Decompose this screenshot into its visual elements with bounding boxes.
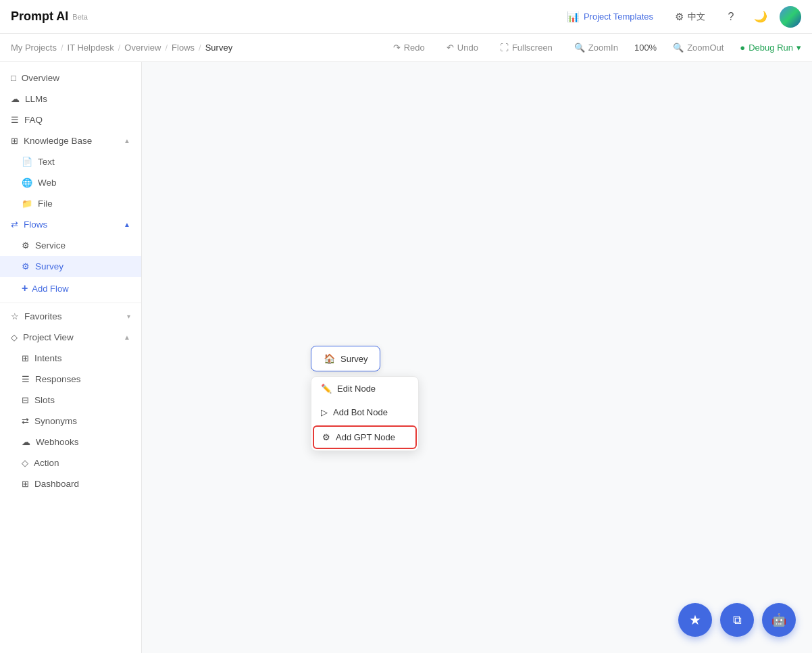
webhooks-icon: ☁ — [22, 437, 30, 447]
copy-icon: ⧉ — [733, 613, 742, 627]
breadcrumb-actions: ↷ Redo ↶ Undo ⛶ Fullscreen 🔍 ZoomIn 100%… — [232, 40, 801, 55]
text-icon: 📄 — [22, 157, 32, 167]
sidebar-item-project-view[interactable]: ◇ Project View ▲ — [0, 327, 141, 348]
redo-button[interactable]: ↷ Redo — [388, 40, 430, 55]
avatar[interactable] — [780, 6, 801, 28]
sidebar-item-webhooks[interactable]: ☁ Webhooks — [0, 432, 141, 452]
sidebar-item-label: LLMs — [25, 94, 47, 104]
add-gpt-node-label: Add GPT Node — [336, 432, 395, 442]
sidebar-item-flows[interactable]: ⇄ Flows ▲ — [0, 214, 141, 235]
sidebar-item-llms[interactable]: ☁ LLMs — [0, 88, 141, 109]
fab-copy-button[interactable]: ⧉ — [720, 603, 754, 637]
sidebar-item-knowledge-base[interactable]: ⊞ Knowledge Base ▲ — [0, 130, 141, 151]
sidebar-item-survey[interactable]: ⚙ Survey — [0, 256, 141, 277]
chevron-up-icon: ▲ — [124, 334, 130, 341]
help-icon: ? — [728, 11, 734, 23]
llms-icon: ☁ — [11, 94, 20, 104]
responses-icon: ☰ — [22, 374, 30, 384]
theme-toggle-button[interactable]: 🌙 — [750, 6, 771, 28]
fab-bot-button[interactable]: 🤖 — [762, 603, 796, 637]
sidebar-item-slots[interactable]: ⊟ Slots — [0, 390, 141, 411]
overview-icon: □ — [11, 73, 16, 83]
zoomout-button[interactable]: 🔍 ZoomOut — [667, 40, 729, 55]
breadcrumb-survey: Survey — [205, 43, 232, 53]
intents-icon: ⊞ — [22, 353, 29, 363]
slots-icon: ⊟ — [22, 395, 29, 405]
sidebar-item-action[interactable]: ◇ Action — [0, 452, 141, 473]
sidebar-item-label: Text — [38, 157, 55, 167]
survey-node[interactable]: 🏠 Survey — [311, 346, 380, 371]
sidebar-item-label: Survey — [35, 261, 64, 271]
bot-icon: 🤖 — [771, 612, 786, 627]
sidebar-item-label: Overview — [22, 73, 59, 83]
breadcrumb-overview[interactable]: Overview — [124, 43, 161, 53]
breadcrumb: My Projects / IT Helpdesk / Overview / F… — [0, 34, 812, 62]
help-button[interactable]: ? — [720, 6, 742, 28]
sidebar-item-label: File — [38, 199, 53, 209]
survey-icon: ⚙ — [22, 261, 30, 271]
project-templates-button[interactable]: 📊 Project Templates — [560, 7, 660, 26]
undo-button[interactable]: ↶ Undo — [441, 40, 484, 55]
sidebar-item-file[interactable]: 📁 File — [0, 193, 141, 214]
translate-icon: ⚙ — [675, 11, 684, 23]
faq-icon: ☰ — [11, 115, 19, 125]
chevron-down-icon: ▾ — [127, 313, 130, 320]
debug-run-button[interactable]: ● Debug Run ▾ — [740, 43, 801, 53]
fab-star-button[interactable]: ★ — [678, 603, 712, 637]
sidebar-item-label: Service — [35, 240, 66, 251]
synonyms-icon: ⇄ — [22, 416, 29, 426]
action-icon: ◇ — [22, 458, 28, 468]
survey-node-label: Survey — [340, 354, 367, 364]
undo-icon: ↶ — [447, 43, 454, 53]
gpt-icon: ⚙ — [322, 432, 330, 442]
sidebar-item-dashboard[interactable]: ⊞ Dashboard — [0, 473, 141, 494]
moon-icon: 🌙 — [754, 10, 767, 23]
zoom-percentage: 100% — [634, 43, 657, 53]
file-icon: 📁 — [22, 199, 32, 209]
sidebar-item-intents[interactable]: ⊞ Intents — [0, 348, 141, 369]
breadcrumb-it-helpdesk[interactable]: IT Helpdesk — [68, 43, 114, 53]
sidebar-item-responses[interactable]: ☰ Responses — [0, 369, 141, 390]
edit-node-menu-item[interactable]: ✏️ Edit Node — [311, 377, 418, 400]
add-bot-node-menu-item[interactable]: ▷ Add Bot Node — [311, 400, 418, 424]
context-menu: ✏️ Edit Node ▷ Add Bot Node ⚙ Add GPT No… — [311, 376, 419, 451]
sidebar-item-text[interactable]: 📄 Text — [0, 151, 141, 172]
sidebar-item-label: Web — [38, 178, 57, 188]
fullscreen-button[interactable]: ⛶ Fullscreen — [494, 40, 558, 55]
add-gpt-node-menu-item[interactable]: ⚙ Add GPT Node — [313, 425, 417, 449]
breadcrumb-flows[interactable]: Flows — [172, 43, 195, 53]
sidebar-item-overview[interactable]: □ Overview — [0, 68, 141, 88]
edit-icon: ✏️ — [321, 384, 332, 394]
survey-node-icon: 🏠 — [324, 353, 335, 364]
sidebar-item-label: Slots — [34, 395, 55, 405]
chevron-up-icon: ▲ — [124, 137, 130, 145]
sidebar-item-synonyms[interactable]: ⇄ Synonyms — [0, 411, 141, 432]
web-icon: 🌐 — [22, 178, 32, 188]
canvas[interactable]: 🏠 Survey ✏️ Edit Node ▷ Add Bot Node ⚙ A… — [142, 62, 812, 653]
fab-container: ★ ⧉ 🤖 — [678, 603, 796, 637]
sidebar-item-label: FAQ — [24, 115, 43, 125]
fullscreen-icon: ⛶ — [500, 43, 509, 53]
sidebar-item-service[interactable]: ⚙ Service — [0, 235, 141, 256]
language-button[interactable]: ⚙ 中文 — [668, 7, 712, 26]
beta-label: Beta — [72, 13, 88, 21]
topbar: Prompt AI Beta 📊 Project Templates ⚙ 中文 … — [0, 0, 812, 34]
sidebar-item-label: Project View — [23, 332, 118, 342]
sidebar-item-favorites[interactable]: ☆ Favorites ▾ — [0, 306, 141, 327]
chevron-up-icon: ▲ — [124, 221, 130, 228]
zoomin-button[interactable]: 🔍 ZoomIn — [569, 40, 624, 55]
app-logo: Prompt AI Beta — [11, 9, 88, 24]
breadcrumb-my-projects[interactable]: My Projects — [11, 43, 57, 53]
sidebar-item-label: Dashboard — [34, 479, 79, 489]
sidebar-item-label: Intents — [34, 353, 62, 363]
sidebar-item-faq[interactable]: ☰ FAQ — [0, 109, 141, 130]
add-flow-label: Add Flow — [32, 284, 68, 294]
add-flow-button[interactable]: + Add Flow — [0, 277, 141, 300]
main-layout: □ Overview ☁ LLMs ☰ FAQ ⊞ Knowledge Base… — [0, 62, 812, 653]
sidebar-item-web[interactable]: 🌐 Web — [0, 172, 141, 193]
zoomin-icon: 🔍 — [574, 43, 585, 53]
star-icon: ★ — [689, 612, 701, 628]
edit-node-label: Edit Node — [337, 384, 376, 394]
sidebar-item-label: Flows — [24, 219, 118, 230]
redo-icon: ↷ — [393, 43, 401, 53]
